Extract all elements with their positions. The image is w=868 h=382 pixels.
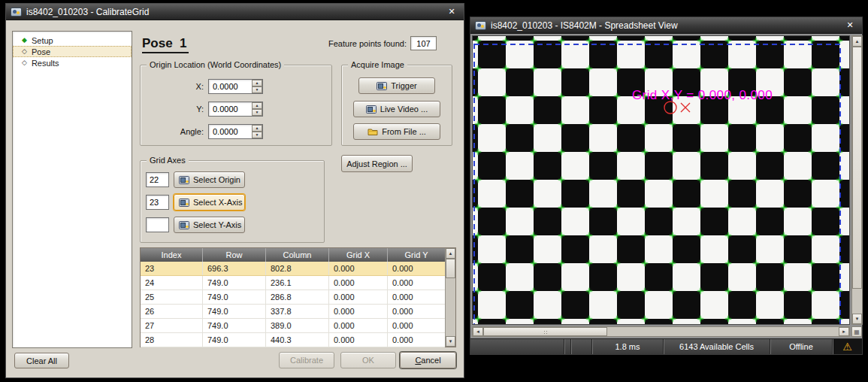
origin-group-title: Origin Location (World Coordinates) xyxy=(147,60,284,69)
x-row: X: ▲ ▼ xyxy=(141,79,331,94)
image-vertical-scrollbar[interactable]: ▲ ▼ xyxy=(851,35,863,325)
scroll-up-icon[interactable]: ▲ xyxy=(446,248,455,259)
scroll-down-icon[interactable]: ▼ xyxy=(852,314,862,324)
status-exec-time: 1.8 ms xyxy=(591,339,663,354)
status-bar: 1.8 ms 6143 Available Cells Offline ⚠ xyxy=(470,338,862,354)
y-row: Y: ▲ ▼ xyxy=(141,102,331,117)
x-label: X: xyxy=(141,82,204,91)
table-row[interactable]: 27 749.0 389.0 0.000 0.000 xyxy=(141,319,445,333)
table-row[interactable]: 23 696.3 802.8 0.000 0.000 xyxy=(141,262,445,276)
table-scrollbar[interactable]: ▲ ▼ xyxy=(445,248,455,347)
spin-up-icon[interactable]: ▲ xyxy=(252,125,262,132)
dialog-titlebar[interactable]: is8402_010203 - CalibrateGrid ✕ xyxy=(6,4,464,20)
select-x-axis-button[interactable]: Select X-Axis xyxy=(174,194,245,211)
sidebar-item-pose[interactable]: ◇ Pose xyxy=(13,46,132,57)
col-header-row: Row xyxy=(203,248,266,262)
spin-down-icon[interactable]: ▼ xyxy=(252,86,262,93)
view-body: Grid X,Y = 0.000, 0.000 ▲ ▼ ◄ ► ▦ 1.8 ms… xyxy=(470,34,862,354)
scrollbar-thumb[interactable] xyxy=(446,259,455,278)
grid-xy-readout: Grid X,Y = 0.000, 0.000 xyxy=(632,88,773,103)
cell-grid-y: 0.000 xyxy=(388,333,445,347)
select-origin-button[interactable]: Select Origin xyxy=(174,171,245,188)
origin-index-input[interactable] xyxy=(147,173,168,186)
live-video-button[interactable]: Live Video ... xyxy=(353,101,440,117)
spin-down-icon[interactable]: ▼ xyxy=(252,109,262,116)
y-axis-row: Select Y-Axis xyxy=(141,217,324,233)
cell-grid-x: 0.000 xyxy=(329,305,388,318)
camera-icon xyxy=(377,81,387,90)
y-axis-index-field xyxy=(146,217,169,232)
scroll-down-icon[interactable]: ▼ xyxy=(446,336,455,347)
trigger-button[interactable]: Trigger xyxy=(358,77,435,94)
sidebar-item-results[interactable]: ◇ Results xyxy=(13,57,132,68)
clear-all-button[interactable]: Clear All xyxy=(14,353,69,368)
scrollbar-thumb[interactable] xyxy=(483,327,607,336)
scroll-up-icon[interactable]: ▲ xyxy=(852,36,862,47)
clear-all-label: Clear All xyxy=(26,356,57,365)
y-axis-index-input[interactable] xyxy=(147,218,168,232)
acquire-group-title: Acquire Image xyxy=(348,60,407,69)
col-header-grid-x: Grid X xyxy=(329,248,388,262)
from-file-button[interactable]: From File ... xyxy=(353,123,440,140)
grid-view-corner-button[interactable]: ▦ xyxy=(851,326,862,337)
app-icon xyxy=(11,8,22,17)
adjust-region-label: Adjust Region ... xyxy=(346,159,407,168)
tree-label-pose: Pose xyxy=(32,47,50,56)
page-title: Pose 1 xyxy=(142,36,189,53)
cell-index: 28 xyxy=(141,333,203,347)
y-field: ▲ ▼ xyxy=(208,102,263,117)
x-axis-index-input[interactable] xyxy=(147,196,168,209)
feature-point-markers xyxy=(473,36,850,325)
calibrate-label: Calibrate xyxy=(290,356,323,365)
angle-row: Angle: ▲ ▼ xyxy=(141,124,331,139)
feature-points-table: Index Row Column Grid X Grid Y 23 696.3 … xyxy=(140,247,456,347)
cell-column: 802.8 xyxy=(266,262,329,275)
cancel-button[interactable]: Cancel xyxy=(400,352,456,368)
cell-grid-y: 0.000 xyxy=(388,290,445,304)
camera-image[interactable]: Grid X,Y = 0.000, 0.000 xyxy=(472,35,850,325)
adjust-region-button[interactable]: Adjust Region ... xyxy=(341,155,413,172)
table-row[interactable]: 24 749.0 236.1 0.000 0.000 xyxy=(141,276,445,290)
diamond-hollow-icon: ◇ xyxy=(22,48,27,55)
table-row[interactable]: 25 749.0 286.8 0.000 0.000 xyxy=(141,290,445,305)
status-segment xyxy=(570,339,591,354)
cell-grid-x: 0.000 xyxy=(329,290,388,304)
status-warning[interactable]: ⚠ xyxy=(832,339,862,354)
scrollbar-thumb[interactable] xyxy=(852,47,862,289)
from-file-label: From File ... xyxy=(382,127,426,136)
x-axis-index-field xyxy=(146,195,169,210)
folder-icon xyxy=(367,127,378,136)
steps-tree: ◆ Setup ◇ Pose ◇ Results xyxy=(12,31,132,348)
grid-icon: ▦ xyxy=(854,329,860,335)
spin-down-icon[interactable]: ▼ xyxy=(252,132,262,138)
table-row[interactable]: 26 749.0 337.8 0.000 0.000 xyxy=(141,305,445,319)
view-title: is8402_010203 - IS8402M - Spreadsheet Vi… xyxy=(491,20,838,31)
close-icon[interactable]: ✕ xyxy=(444,6,459,18)
cell-row: 749.0 xyxy=(203,290,266,304)
table-header: Index Row Column Grid X Grid Y xyxy=(141,248,445,262)
select-y-axis-button[interactable]: Select Y-Axis xyxy=(174,217,245,233)
cell-grid-y: 0.000 xyxy=(388,319,445,332)
scrollbar-track xyxy=(852,289,862,314)
cell-index: 25 xyxy=(141,290,203,304)
angle-field: ▲ ▼ xyxy=(208,124,263,139)
sidebar-item-setup[interactable]: ◆ Setup xyxy=(13,35,132,46)
tree-label-results: Results xyxy=(32,59,59,68)
cell-row: 749.0 xyxy=(203,333,266,347)
cell-index: 24 xyxy=(141,276,203,290)
col-header-grid-y: Grid Y xyxy=(388,248,445,262)
cell-column: 389.0 xyxy=(266,319,329,332)
scroll-right-icon[interactable]: ► xyxy=(839,327,849,336)
image-horizontal-scrollbar[interactable]: ◄ ► xyxy=(472,326,850,337)
table-row[interactable]: 28 749.0 440.3 0.000 0.000 xyxy=(141,333,445,347)
spin-up-icon[interactable]: ▲ xyxy=(252,80,262,86)
cell-grid-x: 0.000 xyxy=(329,319,388,332)
scroll-left-icon[interactable]: ◄ xyxy=(473,327,483,336)
close-icon[interactable]: ✕ xyxy=(842,20,857,32)
scrollbar-track xyxy=(607,327,839,336)
spin-up-icon[interactable]: ▲ xyxy=(252,102,262,109)
view-titlebar[interactable]: is8402_010203 - IS8402M - Spreadsheet Vi… xyxy=(470,17,862,34)
cell-column: 440.3 xyxy=(266,333,329,347)
tree-label-setup: Setup xyxy=(32,36,53,45)
cell-index: 26 xyxy=(141,305,203,318)
